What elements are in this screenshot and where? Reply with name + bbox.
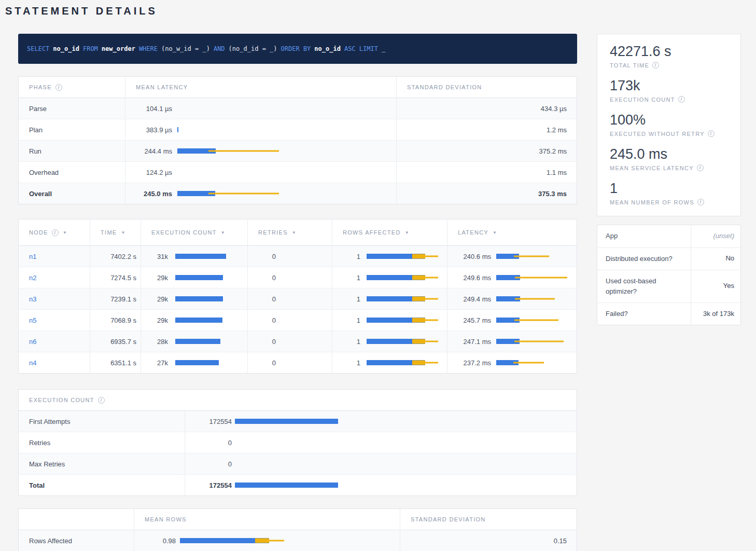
execution-count-body: First Attempts 172554 Retries 0 (19, 411, 577, 495)
retries-value: 0 (248, 295, 276, 303)
std-dev-value: 375.2 ms (396, 141, 577, 161)
info-icon[interactable]: i (708, 130, 715, 137)
rows-affected-cell: 1 (332, 267, 447, 288)
sort-arrow-icon[interactable]: ▼ (405, 230, 410, 235)
column-header-phase: Phase i (19, 77, 125, 98)
sort-arrow-icon[interactable]: ▼ (221, 230, 226, 235)
execution-count-value: 28k (141, 338, 168, 346)
rows-affected-row: Rows Affected 0.98 0.15 (19, 530, 577, 551)
node-cell: n6 (19, 331, 90, 352)
rows-affected-cell: 1 (332, 310, 447, 330)
column-header-time[interactable]: Time ▼ (90, 219, 141, 245)
latency-bar (496, 310, 575, 330)
node-link[interactable]: n1 (29, 253, 36, 260)
latency-value: 247.1 ms (447, 338, 491, 346)
node-row: n3 7239.1 s 29k 0 1 249.4 ms (19, 288, 577, 309)
mean-latency-cell: 104.1 µs (125, 98, 396, 119)
latency-cell: 237.2 ms (447, 352, 577, 373)
info-icon[interactable]: i (652, 62, 659, 68)
sql-keyword: FROM (83, 45, 98, 52)
phase-row-overhead: Overhead 124.2 µs 1.1 ms (19, 161, 577, 183)
mean-latency-value: 245.0 ms (125, 190, 172, 198)
retries-cell: 0 (247, 246, 332, 267)
latency-bar (177, 98, 394, 119)
mean-latency-cell: 245.0 ms (125, 183, 396, 204)
retries-value: 0 (248, 338, 276, 346)
column-header-node[interactable]: Node i ▼ (19, 219, 90, 245)
column-header-mean-latency: Mean Latency (125, 77, 396, 98)
sort-arrow-icon[interactable]: ▼ (63, 230, 67, 235)
execution-count-bar (175, 331, 245, 352)
execution-count-value: 31k (141, 253, 168, 260)
info-icon[interactable]: i (98, 397, 105, 404)
node-row: n1 7402.2 s 31k 0 1 240.6 ms (19, 246, 577, 267)
latency-bar (496, 352, 575, 373)
rows-affected-value: 1 (332, 295, 360, 303)
sql-keyword: AND (214, 45, 225, 52)
rows-affected-bar (367, 310, 445, 330)
info-icon[interactable]: i (55, 84, 62, 91)
column-header-execution-count[interactable]: Execution Count ▼ (141, 219, 247, 245)
rows-affected-value: 1 (332, 359, 360, 367)
stat-value: 1 (610, 180, 728, 198)
sql-statement: SELECTno_o_idFROMnew_orderWHERE(no_w_id … (27, 45, 389, 52)
stat-label: Executed without Retry i (610, 130, 728, 137)
latency-value: 240.6 ms (447, 253, 491, 260)
stat-label-text: Mean Service Latency (610, 165, 694, 171)
column-label: Rows Affected (343, 229, 401, 236)
column-header-latency[interactable]: Latency ▼ (447, 219, 577, 245)
execution-count-value: 29k (141, 274, 168, 282)
node-row: n5 7068.9 s 29k 0 1 245.7 ms (19, 309, 577, 330)
stat-execution-count: 173k Execution Count i (610, 77, 728, 103)
rows-affected-value: 1 (332, 316, 360, 324)
rows-affected-table: Mean Rows Standard Deviation Rows Affect… (18, 508, 577, 551)
column-header-retries[interactable]: Retries ▼ (247, 219, 332, 245)
phase-row-overall: Overall 245.0 ms 375.3 ms (19, 183, 577, 204)
node-link[interactable]: n5 (29, 316, 36, 324)
column-label: Execution Count (29, 397, 94, 403)
node-link[interactable]: n6 (29, 338, 36, 346)
node-link[interactable]: n3 (29, 295, 36, 303)
retries-cell: 0 (247, 352, 332, 373)
page-title: Statement Details (5, 5, 740, 17)
time-value: 7239.1 s (90, 288, 141, 309)
count-value: 0 (185, 439, 232, 447)
node-row: n4 6351.1 s 27k 0 1 237.2 ms (19, 352, 577, 373)
sort-arrow-icon[interactable]: ▼ (292, 230, 297, 235)
column-header-rows-affected[interactable]: Rows Affected ▼ (332, 219, 447, 245)
node-link[interactable]: n2 (29, 274, 36, 282)
rows-affected-value: 1 (332, 338, 360, 346)
statement-details-page: Statement Details SELECTno_o_idFROMnew_o… (0, 0, 756, 551)
execution-count-cell: 27k (141, 352, 247, 373)
node-cell: n4 (19, 352, 90, 373)
info-icon[interactable]: i (678, 96, 685, 103)
node-link[interactable]: n4 (29, 359, 36, 367)
execution-count-value: 27k (141, 359, 168, 367)
rows-affected-cell: 1 (332, 246, 447, 267)
sort-arrow-icon[interactable]: ▼ (121, 230, 125, 235)
latency-bar (496, 288, 575, 309)
column-header-empty (19, 509, 134, 530)
stat-mean-number-of-rows: 1 Mean Number of Rows i (610, 180, 728, 205)
std-dev-value: 434.3 µs (396, 98, 577, 119)
attribute-row-app: App (unset) (597, 225, 740, 247)
statement-summary-card: 42271.6 s Total Time i 173k Execution Co… (597, 34, 741, 216)
execution-count-header: Execution Count i (19, 390, 577, 411)
sql-statement-banner: SELECTno_o_idFROMnew_orderWHERE(no_w_id … (18, 34, 577, 64)
info-icon[interactable]: i (697, 164, 704, 171)
mean-latency-value: 244.4 ms (125, 147, 172, 155)
info-icon[interactable]: i (697, 199, 704, 205)
execution-count-table: Execution Count i First Attempts 172554 … (18, 389, 577, 496)
latency-cell: 245.7 ms (447, 310, 577, 330)
count-value: 172554 (185, 481, 232, 489)
sidebar: 42271.6 s Total Time i 173k Execution Co… (597, 34, 741, 325)
info-icon[interactable]: i (52, 229, 59, 236)
execution-count-bar (175, 288, 245, 309)
latency-bar (496, 331, 575, 352)
exec-row-total: Total 172554 (19, 474, 577, 495)
sort-arrow-icon[interactable]: ▼ (493, 230, 497, 235)
latency-cell: 247.1 ms (447, 331, 577, 352)
attribute-row-distributed-execution: Distributed execution? No (597, 247, 740, 270)
rows-affected-bar (367, 352, 445, 373)
row-label: Retries (19, 432, 185, 453)
